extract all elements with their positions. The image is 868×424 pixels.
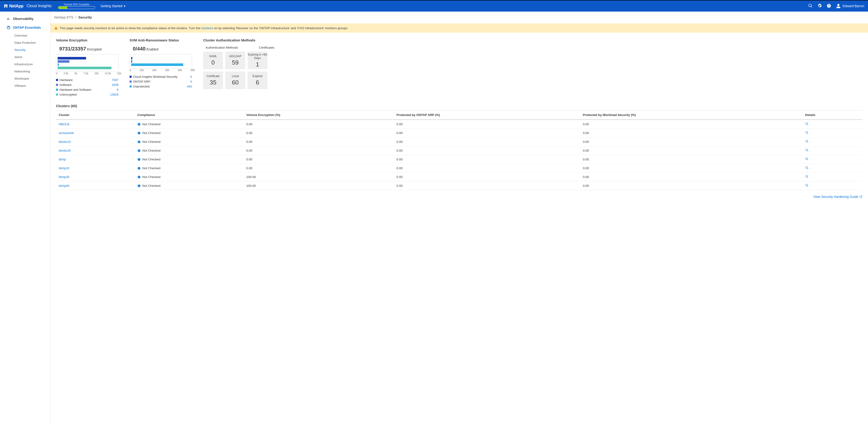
table-row: bbrtp40i Not Checked100.000.000.00 [56,181,863,190]
security-guide-link[interactable]: View Security Hardening Guide [813,195,863,199]
legend-value[interactable]: 7087 [112,78,119,82]
banner-monitors-link[interactable]: monitors [201,26,213,30]
details-magnify-icon[interactable] [805,132,809,135]
help-icon[interactable] [827,3,831,9]
auth-tile-expiring-in-60-days[interactable]: Expiring in <60 Days1 [248,52,268,69]
axis-tick: 400 [178,69,182,71]
legend-row[interactable]: ONTAP ARP:0 [129,79,192,84]
sidebar-item-networking[interactable]: Networking [14,68,50,75]
auth-tile-expired[interactable]: Expired6 [248,71,268,89]
warning-icon [54,26,58,30]
progress-bar [58,6,95,9]
auth-tile-certificate[interactable]: Certificate35 [203,71,223,89]
table-row: bbrtp10i Not Checked0.000.000.00 [56,164,863,173]
details-magnify-icon[interactable] [805,123,809,126]
cell-details [802,129,863,138]
legend-value[interactable]: 440 [187,85,192,88]
legend-row[interactable]: Cloud Insights Workload Security:0 [129,74,192,79]
auth-tile-ad-ldap[interactable]: AD/LDAP59 [225,52,245,69]
brand[interactable]: NetApp Cloud Insights [4,4,52,8]
user-menu[interactable]: Edward Barron [836,3,864,8]
chart-axis: 02.5k5k7.5k10k12.5k15k [56,72,121,75]
cell-details [802,138,863,146]
cell-workload-security: 0.00 [580,138,803,146]
details-magnify-icon[interactable] [805,141,809,144]
legend-row[interactable]: Software:2636 [56,82,119,87]
gear-icon[interactable] [817,3,822,9]
sidebar-item-security[interactable]: Security [14,46,50,54]
sidebar-item-alerts[interactable]: Alerts [14,54,50,61]
legend-value[interactable]: 13626 [110,93,119,96]
sidebar-item-workloads[interactable]: Workloads [14,75,50,82]
sidebar-item-infrastructure[interactable]: Infrastructure [14,61,50,68]
legend-value[interactable]: 0 [190,75,192,79]
volume-encryption-stat: 9731/23357Encrypted [59,46,121,52]
svg-point-24 [806,184,808,186]
svg-point-18 [806,166,808,169]
column-header[interactable]: Compliance [135,111,244,120]
auth-methods-header: Authentication Methods [206,46,238,49]
cluster-link[interactable]: bbrtp10 [59,166,69,170]
banner-text-pre: This page needs security monitors to be … [60,26,201,30]
cell-compliance: i Not Checked [135,146,244,155]
cell-compliance: i Not Checked [135,173,244,181]
legend-row[interactable]: Hardware and Software:8 [56,87,119,92]
nav-observability[interactable]: Observability [0,14,50,23]
svg-text:i: i [138,158,139,161]
axis-tick: 100 [140,69,144,71]
column-header[interactable]: Cluster [56,111,135,120]
nav-ontap-essentials[interactable]: ONTAP Essentials [0,23,50,32]
details-magnify-icon[interactable] [805,176,809,179]
sidebar-item-overview[interactable]: Overview [14,32,50,39]
cell-cluster: azreastcbk [56,129,135,138]
axis-tick: 200 [152,69,156,71]
info-icon: i [137,131,141,135]
panel-title: Cluster Authentication Methods [203,38,275,42]
auth-tile-saml[interactable]: SAML0 [203,52,223,69]
sidebar-item-vmware[interactable]: VMware [14,82,50,89]
axis-tick: 5k [74,72,77,75]
bar-chart-icon [6,17,11,21]
cluster-link[interactable]: bbnbs20 [59,149,71,152]
axis-tick: 300 [165,69,169,71]
cell-workload-security: 0.00 [580,181,803,190]
axis-tick: 15k [117,72,121,75]
legend-row[interactable]: Unencrypted:13626 [56,92,119,97]
details-magnify-icon[interactable] [805,167,809,170]
tutorial-progress[interactable]: Tutorial 25% Complete [58,3,95,9]
details-magnify-icon[interactable] [805,158,809,161]
svg-point-21 [806,176,808,177]
legend-value[interactable]: 0 [190,80,192,83]
cell-cluster: bbnbs20 [56,146,135,155]
legend-value[interactable]: 2636 [112,83,119,87]
auth-tile-local[interactable]: Local60 [225,71,245,89]
breadcrumb-parent[interactable]: NetApp ETS [54,15,73,19]
column-header[interactable]: Details [802,111,863,120]
cluster-link[interactable]: bbnbs10 [59,140,71,144]
search-icon[interactable] [808,3,813,9]
svg-text:i: i [138,123,139,125]
cluster-link[interactable]: NBOLB [59,122,69,126]
column-header[interactable]: Protected by ONTAP ARP (%) [394,111,580,120]
legend-row[interactable]: Hardware:7087 [56,78,119,82]
getting-started-menu[interactable]: Getting Started ▾ [101,4,125,8]
sidebar-item-data-protection[interactable]: Data Protection [14,39,50,46]
legend-swatch [56,93,58,96]
legend-row[interactable]: Unprotected:440 [129,84,192,89]
cluster-link[interactable]: bbrtp30 [59,175,69,179]
chart-bar [131,57,132,59]
nav-label: Observability [13,17,34,21]
cell-volume-encryption: 0.00 [243,138,394,146]
svg-point-3 [806,123,808,124]
cell-workload-security: 0.00 [580,146,803,155]
details-magnify-icon[interactable] [805,184,809,188]
cluster-link[interactable]: bbrtp [59,158,66,161]
tile-label: Expired [253,74,262,78]
cell-volume-encryption: 0.00 [243,146,394,155]
details-magnify-icon[interactable] [805,149,809,153]
column-header[interactable]: Volume Encryption (%) [243,111,394,120]
cluster-link[interactable]: bbrtp40 [59,184,69,187]
legend-value[interactable]: 8 [117,88,119,91]
cluster-link[interactable]: azreastcbk [59,131,74,135]
column-header[interactable]: Protected by Workload Security (%) [580,111,803,120]
